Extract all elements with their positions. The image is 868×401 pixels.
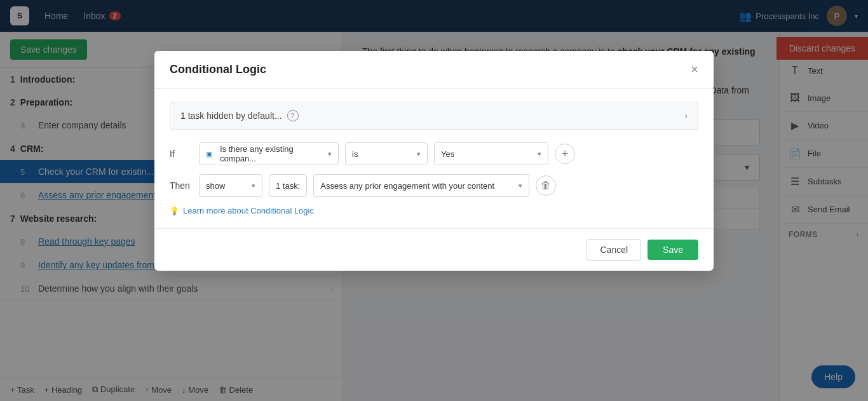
task-count-value: 1 task: (276, 181, 300, 191)
condition-select-icon: ▣ (206, 150, 212, 158)
action-select-value: show (206, 181, 225, 191)
learn-more-icon: 💡 (170, 207, 179, 215)
if-label: If (170, 149, 193, 159)
cancel-button[interactable]: Cancel (587, 239, 641, 261)
task-content-chevron-icon: ▾ (519, 182, 522, 190)
task-content-select[interactable]: Assess any prior engagement with your co… (313, 174, 529, 197)
learn-more-link[interactable]: 💡 Learn more about Conditional Logic (170, 206, 698, 215)
learn-more-text: Learn more about Conditional Logic (183, 206, 314, 215)
condition-select[interactable]: ▣ Is there any existing compan... ▾ (199, 142, 339, 165)
summary-chevron-icon: › (684, 111, 688, 121)
conditional-logic-modal: Conditional Logic × 1 task hidden by def… (154, 51, 714, 271)
delete-condition-button[interactable]: 🗑 (536, 175, 556, 196)
answer-select-value: Yes (441, 149, 454, 159)
condition-select-value: Is there any existing compan... (220, 144, 323, 163)
modal-save-button[interactable]: Save (648, 240, 698, 260)
modal-header: Conditional Logic × (154, 51, 714, 89)
action-chevron-icon: ▾ (252, 182, 255, 190)
modal-if-row: If ▣ Is there any existing compan... ▾ i… (170, 142, 698, 165)
modal-then-row: Then show ▾ 1 task: Assess any prior eng… (170, 174, 698, 197)
then-label: Then (170, 180, 193, 191)
answer-select[interactable]: Yes ▾ (434, 142, 548, 165)
modal-close-button[interactable]: × (691, 62, 698, 77)
modal-body: 1 task hidden by default... ? › If ▣ Is … (154, 89, 714, 228)
operator-select-value: is (352, 149, 358, 159)
operator-select[interactable]: is ▾ (345, 142, 428, 165)
modal-summary-row[interactable]: 1 task hidden by default... ? › (170, 102, 698, 130)
add-condition-button[interactable]: + (555, 144, 575, 164)
action-select[interactable]: show ▾ (199, 174, 262, 197)
modal-footer: Cancel Save (154, 228, 714, 271)
condition-chevron-icon: ▾ (328, 150, 332, 158)
modal-title: Conditional Logic (170, 63, 266, 76)
help-circle-icon[interactable]: ? (287, 110, 299, 121)
task-content-value: Assess any prior engagement with your co… (320, 181, 494, 191)
answer-chevron-icon: ▾ (538, 150, 541, 158)
operator-chevron-icon: ▾ (417, 150, 421, 158)
task-count-select[interactable]: 1 task: (269, 174, 307, 197)
summary-text: 1 task hidden by default... (180, 111, 282, 121)
modal-overlay[interactable]: Conditional Logic × 1 task hidden by def… (0, 0, 868, 401)
